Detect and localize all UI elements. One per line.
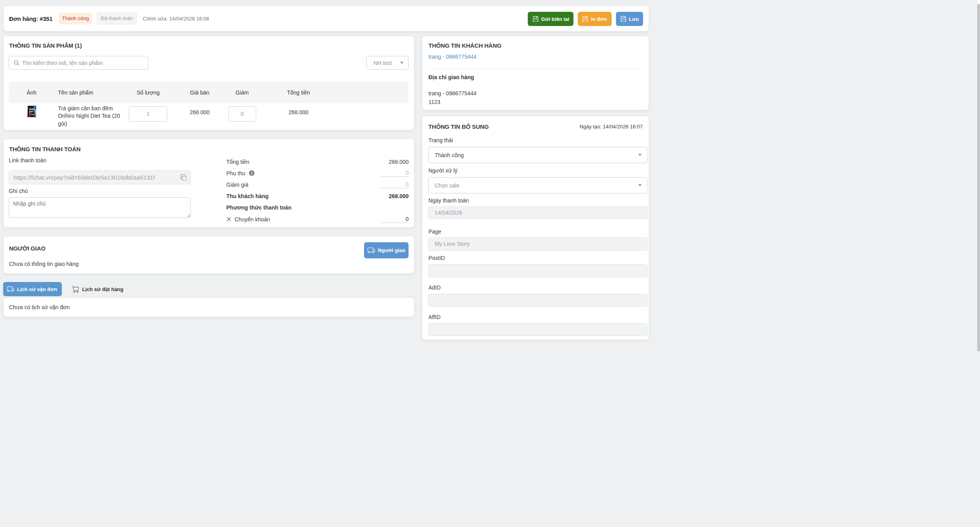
svg-text:i: i: [251, 171, 252, 175]
svg-text:Diet: Diet: [29, 110, 33, 112]
